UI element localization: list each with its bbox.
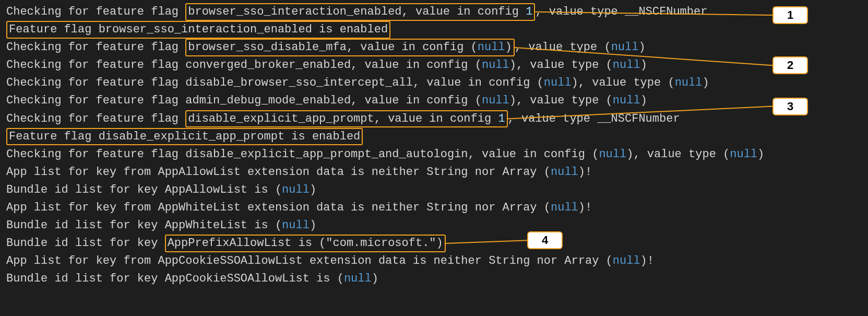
log-text: Checking for feature flag	[6, 5, 185, 18]
log-value-null: null	[282, 183, 310, 196]
log-text: App list for key from AppWhiteList exten…	[6, 201, 551, 214]
log-value-null: null	[613, 94, 640, 107]
log-output: Checking for feature flag browser_sso_in…	[0, 0, 868, 291]
log-text: App list for key from AppAllowList exten…	[6, 166, 551, 179]
log-text: ), value type (	[509, 94, 613, 107]
log-text: Bundle id list for key AppWhiteList is (	[6, 219, 282, 232]
log-text: , value type __NSCFNumber	[535, 5, 707, 18]
log-line: Bundle id list for key AppWhiteList is (…	[6, 217, 862, 235]
log-line: Bundle id list for key AppCookieSSOAllow…	[6, 270, 862, 288]
log-value-number: 1	[526, 5, 532, 18]
log-text: )	[638, 41, 645, 54]
log-line: Checking for feature flag disable_browse…	[6, 74, 862, 92]
log-value-null: null	[478, 41, 505, 54]
log-value-null: null	[730, 148, 757, 161]
log-text: Feature flag browser_sso_interaction_ena…	[9, 23, 388, 36]
log-value-null: null	[675, 76, 703, 89]
log-line: App list for key from AppAllowList exten…	[6, 163, 862, 181]
log-text: AppPrefixAllowList is ("com.microsoft.")	[168, 237, 443, 250]
log-line: Bundle id list for key AppPrefixAllowLis…	[6, 235, 862, 252]
log-text: )	[310, 183, 316, 196]
log-text: )	[372, 272, 378, 285]
highlight-region: AppPrefixAllowList is ("com.microsoft.")	[165, 235, 446, 252]
log-text: )!	[578, 201, 592, 214]
log-text: Bundle id list for key	[6, 237, 165, 250]
log-text: Checking for feature flag disable_explic…	[6, 148, 599, 161]
log-text: Checking for feature flag disable_browse…	[6, 76, 544, 89]
log-text: ), value type (	[509, 58, 613, 72]
log-value-null: null	[613, 254, 640, 267]
highlight-region: browser_sso_interaction_enabled, value i…	[185, 3, 535, 21]
log-line: Checking for feature flag disable_explic…	[6, 110, 862, 128]
log-line: Checking for feature flag converged_brok…	[6, 56, 862, 74]
callout-1: 1	[772, 6, 808, 24]
log-text: )	[640, 58, 647, 72]
log-text: )	[702, 76, 709, 89]
log-text: )!	[578, 166, 592, 179]
log-text: disable_explicit_app_prompt, value in co…	[188, 112, 498, 125]
highlight-region: disable_explicit_app_prompt, value in co…	[185, 110, 507, 128]
log-text: )	[310, 219, 316, 232]
log-text: ), value type (	[572, 76, 675, 89]
log-line: Feature flag browser_sso_interaction_ena…	[6, 21, 862, 39]
log-text: , value type (	[515, 41, 611, 54]
log-line: App list for key from AppCookieSSOAllowL…	[6, 252, 862, 270]
log-text: Checking for feature flag	[6, 41, 185, 54]
log-line: Bundle id list for key AppAllowList is (…	[6, 181, 862, 199]
log-value-number: 1	[498, 112, 505, 125]
log-text: Checking for feature flag converged_brok…	[6, 58, 482, 72]
log-text: )	[505, 41, 512, 54]
highlight-region: browser_sso_disable_mfa, value in config…	[185, 39, 515, 56]
log-line: Checking for feature flag browser_sso_in…	[6, 3, 862, 21]
log-text: ), value type (	[626, 148, 730, 161]
log-value-null: null	[613, 58, 640, 72]
log-value-null: null	[482, 58, 509, 72]
log-value-null: null	[544, 76, 572, 89]
highlight-region: Feature flag disable_explicit_app_prompt…	[6, 128, 363, 146]
log-value-null: null	[282, 219, 310, 232]
log-value-null: null	[551, 166, 578, 179]
callout-4: 4	[527, 231, 563, 249]
log-text: App list for key from AppCookieSSOAllowL…	[6, 254, 613, 267]
log-line: Checking for feature flag admin_debug_mo…	[6, 92, 862, 110]
log-text: Bundle id list for key AppCookieSSOAllow…	[6, 272, 344, 285]
log-value-null: null	[551, 201, 578, 214]
log-line: App list for key from AppWhiteList exten…	[6, 199, 862, 217]
log-value-null: null	[611, 41, 639, 54]
log-text: )	[757, 148, 764, 161]
log-text: Bundle id list for key AppAllowList is (	[6, 183, 282, 196]
log-text: )	[640, 94, 647, 107]
log-value-null: null	[482, 94, 509, 107]
log-value-null: null	[599, 148, 626, 161]
highlight-region: Feature flag browser_sso_interaction_ena…	[6, 21, 390, 39]
log-text: browser_sso_interaction_enabled, value i…	[188, 5, 526, 18]
log-text: Checking for feature flag	[6, 112, 185, 125]
log-line: Checking for feature flag browser_sso_di…	[6, 39, 862, 56]
log-line: Feature flag disable_explicit_app_prompt…	[6, 128, 862, 146]
callout-3: 3	[772, 98, 808, 115]
log-value-null: null	[344, 272, 372, 285]
log-text: )!	[640, 254, 654, 267]
callout-2: 2	[772, 56, 808, 74]
log-text: Feature flag disable_explicit_app_prompt…	[9, 130, 360, 143]
log-line: Checking for feature flag disable_explic…	[6, 146, 862, 163]
log-text: , value type __NSCFNumber	[508, 112, 680, 125]
log-text: Checking for feature flag admin_debug_mo…	[6, 94, 482, 107]
log-text: browser_sso_disable_mfa, value in config…	[188, 41, 478, 54]
